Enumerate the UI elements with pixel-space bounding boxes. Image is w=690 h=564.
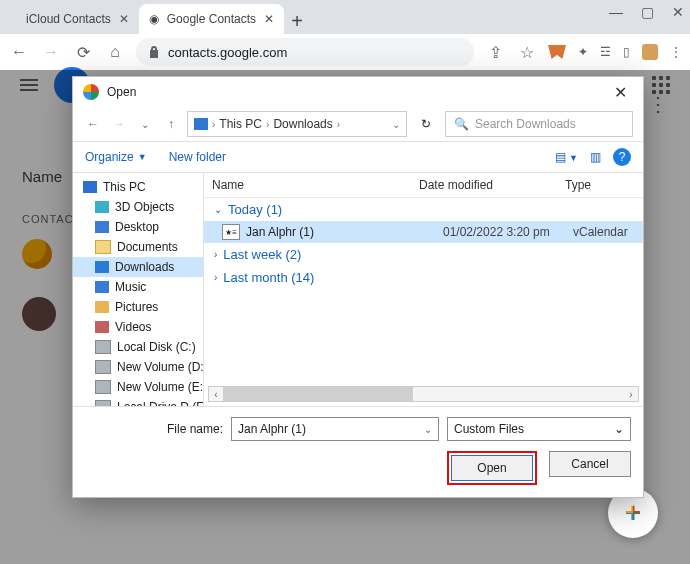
share-icon[interactable]: ⇪ (484, 41, 506, 63)
metamask-icon[interactable] (548, 45, 566, 59)
scroll-right-icon[interactable]: › (624, 389, 638, 400)
horizontal-scrollbar[interactable]: ‹ › (208, 386, 639, 402)
group-today[interactable]: ⌄Today (1) (204, 198, 643, 221)
dialog-title: Open (107, 85, 136, 99)
tree-item-downloads[interactable]: Downloads (73, 257, 203, 277)
panel-icon[interactable]: ▯ (623, 45, 630, 59)
chevron-right-icon: › (212, 119, 215, 130)
folder-tree[interactable]: This PC 3D Objects Desktop Documents Dow… (73, 173, 204, 406)
help-button[interactable]: ? (613, 148, 631, 166)
tree-item-vole[interactable]: New Volume (E:) (73, 377, 203, 397)
view-mode-button[interactable]: ▤ ▼ (555, 150, 578, 164)
extensions-icon[interactable]: ✦ (578, 45, 588, 59)
new-folder-button[interactable]: New folder (169, 150, 226, 164)
kebab-menu-icon[interactable]: ⋮ (670, 45, 682, 59)
tree-item-music[interactable]: Music (73, 277, 203, 297)
tree-item-vold[interactable]: New Volume (D:) (73, 357, 203, 377)
forward-button[interactable]: → (40, 41, 62, 63)
file-name-label: File name: (85, 422, 223, 436)
tab-icloud[interactable]: iCloud Contacts ✕ (8, 4, 139, 34)
disk-icon (95, 360, 111, 374)
tree-item-thispc[interactable]: This PC (73, 177, 203, 197)
close-window-icon[interactable]: ✕ (672, 4, 684, 20)
path-segment[interactable]: This PC (219, 117, 262, 131)
profile-avatar-icon[interactable] (642, 44, 658, 60)
chevron-down-icon[interactable]: ⌄ (614, 422, 624, 436)
cancel-button[interactable]: Cancel (549, 451, 631, 477)
tree-item-localc[interactable]: Local Disk (C:) (73, 337, 203, 357)
file-date: 01/02/2022 3:20 pm (443, 225, 573, 239)
nav-forward-button[interactable]: → (109, 114, 129, 134)
organize-menu[interactable]: Organize▼ (85, 150, 147, 164)
file-type-filter[interactable]: Custom Files ⌄ (447, 417, 631, 441)
tree-item-pictures[interactable]: Pictures (73, 297, 203, 317)
scroll-thumb[interactable] (223, 387, 413, 401)
pc-icon (194, 118, 208, 130)
dialog-nav-row: ← → ⌄ ↑ › This PC › Downloads › ⌄ ↻ 🔍 Se… (73, 107, 643, 142)
col-type[interactable]: Type (557, 178, 643, 192)
group-lastweek[interactable]: ›Last week (2) (204, 243, 643, 266)
folder-icon (95, 240, 111, 254)
col-name[interactable]: Name (204, 178, 411, 192)
vcard-icon: ★≡ (222, 224, 240, 240)
tree-item-volf[interactable]: Local Drive D (F:) (73, 397, 203, 406)
path-bar[interactable]: › This PC › Downloads › ⌄ (187, 111, 407, 137)
reading-list-icon[interactable]: ☲ (600, 45, 611, 59)
tree-item-desktop[interactable]: Desktop (73, 217, 203, 237)
chevron-right-icon: › (266, 119, 269, 130)
pictures-icon (95, 301, 109, 313)
home-button[interactable]: ⌂ (104, 41, 126, 63)
3d-icon (95, 201, 109, 213)
nav-back-button[interactable]: ← (83, 114, 103, 134)
tree-item-documents[interactable]: Documents (73, 237, 203, 257)
close-icon[interactable]: ✕ (264, 12, 274, 26)
tab-label: Google Contacts (167, 12, 256, 26)
chevron-down-icon: ▼ (138, 152, 147, 162)
file-name-input[interactable]: Jan Alphr (1) ⌄ (231, 417, 439, 441)
close-icon[interactable]: ✕ (119, 12, 129, 26)
dialog-titlebar: Open ✕ (73, 77, 643, 107)
tree-item-3dobjects[interactable]: 3D Objects (73, 197, 203, 217)
chrome-icon (83, 84, 99, 100)
open-button[interactable]: Open (451, 455, 533, 481)
music-icon (95, 281, 109, 293)
pc-icon (83, 181, 97, 193)
disk-icon (95, 340, 111, 354)
maximize-icon[interactable]: ▢ (641, 4, 654, 20)
column-headers[interactable]: Name Date modified Type (204, 173, 643, 198)
preview-pane-button[interactable]: ▥ (590, 150, 601, 164)
star-icon[interactable]: ☆ (516, 41, 538, 63)
new-tab-button[interactable]: + (284, 8, 310, 34)
group-lastmonth[interactable]: ›Last month (14) (204, 266, 643, 289)
refresh-button[interactable]: ↻ (413, 117, 439, 131)
google-icon: ◉ (149, 12, 159, 26)
scroll-left-icon[interactable]: ‹ (209, 389, 223, 400)
lock-icon (148, 45, 160, 59)
tree-item-videos[interactable]: Videos (73, 317, 203, 337)
browser-tabbar: iCloud Contacts ✕ ◉ Google Contacts ✕ + … (0, 0, 690, 34)
browser-toolbar: ← → ⟳ ⌂ contacts.google.com ⇪ ☆ ✦ ☲ ▯ ⋮ (0, 34, 690, 71)
reload-button[interactable]: ⟳ (72, 41, 94, 63)
filter-value: Custom Files (454, 422, 524, 436)
videos-icon (95, 321, 109, 333)
back-button[interactable]: ← (8, 41, 30, 63)
file-row[interactable]: ★≡ Jan Alphr (1) 01/02/2022 3:20 pm vCal… (204, 221, 643, 243)
col-date[interactable]: Date modified (411, 178, 557, 192)
minimize-icon[interactable]: — (609, 4, 623, 20)
file-open-dialog: Open ✕ ← → ⌄ ↑ › This PC › Downloads › ⌄… (72, 76, 644, 498)
nav-up-button[interactable]: ↑ (161, 114, 181, 134)
nav-recent-dropdown[interactable]: ⌄ (135, 114, 155, 134)
path-segment[interactable]: Downloads (273, 117, 332, 131)
open-button-highlight: Open (447, 451, 537, 485)
chevron-right-icon: › (214, 249, 217, 260)
file-name: Jan Alphr (1) (246, 225, 443, 239)
chevron-down-icon[interactable]: ⌄ (424, 424, 432, 435)
tab-google-contacts[interactable]: ◉ Google Contacts ✕ (139, 4, 284, 34)
chevron-down-icon: ⌄ (214, 204, 222, 215)
dialog-close-button[interactable]: ✕ (608, 83, 633, 102)
address-bar[interactable]: contacts.google.com (136, 38, 474, 66)
chevron-down-icon[interactable]: ⌄ (392, 119, 400, 130)
search-input[interactable]: 🔍 Search Downloads (445, 111, 633, 137)
search-icon: 🔍 (454, 117, 469, 131)
url-text: contacts.google.com (168, 45, 287, 60)
